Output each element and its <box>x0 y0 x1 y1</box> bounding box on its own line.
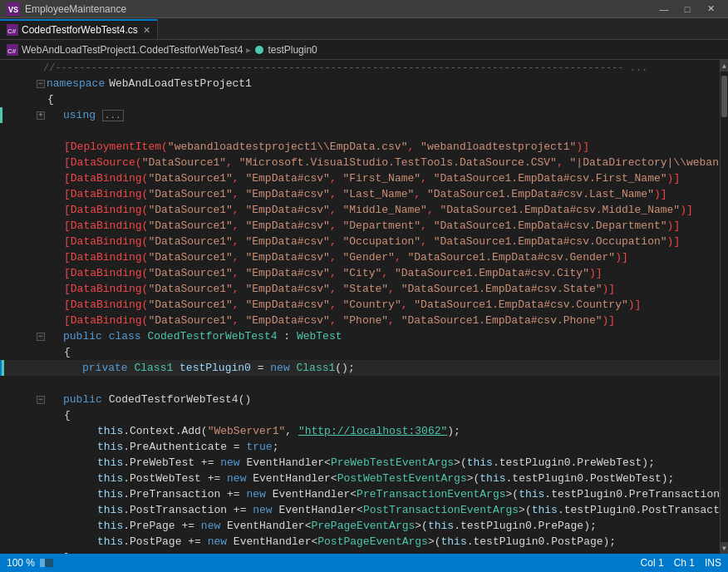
editor-container: //--------------------------------------… <box>0 60 728 554</box>
pretransaction-line: this.PreTransaction += new EventHandler<… <box>0 486 728 502</box>
scroll-thumb[interactable] <box>721 76 727 117</box>
using-line: + using ... <box>0 107 728 123</box>
databinding-1: [DataBinding("DataSource1", "EmpData#csv… <box>0 170 728 186</box>
namespace-name: WebAndLoadTestProject1 <box>109 77 252 90</box>
posttransaction-line: this.PostTransaction += new EventHandler… <box>0 502 728 518</box>
constructor-decl: − public CodedTestforWebTest4() <box>0 392 728 407</box>
ctor-brace-open: { <box>0 407 728 423</box>
code-area[interactable]: //--------------------------------------… <box>0 60 728 554</box>
field-decl-line: private Class1 testPlugin0 = new Class1(… <box>0 360 728 376</box>
prewebtest-line: this.PreWebTest += new EventHandler<PreW… <box>0 455 728 471</box>
maximize-button[interactable]: □ <box>676 2 698 17</box>
tab-close-button[interactable]: ✕ <box>143 25 150 36</box>
namespace-collapse[interactable]: − <box>37 80 45 88</box>
class-decl-line: − public class CodedTestforWebTest4 : We… <box>0 328 728 344</box>
deployment-item-line: [DeploymentItem("webandloadtestproject1\… <box>0 139 728 155</box>
scrollbar[interactable]: ▲ ▼ <box>720 60 728 554</box>
svg-point-6 <box>255 46 263 54</box>
datasource-line: [DataSource("DataSource1", "Microsoft.Vi… <box>0 155 728 170</box>
postwebtest-line: this.PostWebTest += new EventHandler<Pos… <box>0 471 728 486</box>
using-expand[interactable]: + <box>37 111 45 120</box>
top-comment: //--------------------------------------… <box>43 62 647 74</box>
postpage-line: this.PostPage += new EventHandler<PostPa… <box>0 534 728 550</box>
status-col: Col 1 <box>641 557 664 569</box>
svg-text:C#: C# <box>7 47 17 55</box>
window-controls: — □ ✕ <box>653 2 721 17</box>
databinding-6: [DataBinding("DataSource1", "EmpData#csv… <box>0 249 728 265</box>
breadcrumb-sep: ▸ <box>246 44 251 56</box>
title-text: EmployeeMaintenance <box>25 3 653 15</box>
cs-file-icon: C# <box>7 24 18 36</box>
zoom-slider-thumb[interactable] <box>40 559 45 567</box>
class-brace-open: { <box>0 344 728 360</box>
status-ins: INS <box>705 557 721 569</box>
zoom-slider-track <box>40 559 53 567</box>
green-bar-1 <box>0 107 2 123</box>
ctor-collapse[interactable]: − <box>37 396 45 404</box>
databinding-5: [DataBinding("DataSource1", "EmpData#csv… <box>0 234 728 249</box>
member-icon <box>254 45 264 55</box>
databinding-9: [DataBinding("DataSource1", "EmpData#csv… <box>0 297 728 313</box>
blank-line-1 <box>0 123 728 139</box>
databinding-3: [DataBinding("DataSource1", "EmpData#csv… <box>0 202 728 218</box>
brace-open-line: { <box>0 91 728 107</box>
vs-icon: VS <box>7 2 20 16</box>
databinding-10: [DataBinding("DataSource1", "EmpData#csv… <box>0 313 728 328</box>
databinding-4: [DataBinding("DataSource1", "EmpData#csv… <box>0 218 728 234</box>
scroll-down-button[interactable]: ▼ <box>721 542 729 554</box>
tab-codetest[interactable]: C# CodedTestforWebTest4.cs ✕ <box>0 19 158 39</box>
blank-line-2 <box>0 376 728 392</box>
status-ch: Ch 1 <box>674 557 695 569</box>
project-icon: C# <box>7 44 18 56</box>
databinding-8: [DataBinding("DataSource1", "EmpData#csv… <box>0 281 728 297</box>
top-comment-line: //--------------------------------------… <box>0 60 728 76</box>
scroll-up-button[interactable]: ▲ <box>721 60 729 72</box>
breadcrumb-bar: C# WebAndLoadTestProject1.CodedTestforWe… <box>0 40 728 60</box>
green-bar-2 <box>2 360 4 376</box>
zoom-level[interactable]: 100 % <box>7 557 35 569</box>
tab-label: CodedTestforWebTest4.cs <box>22 24 138 36</box>
status-right: Col 1 Ch 1 INS <box>641 557 721 569</box>
title-bar: VS EmployeeMaintenance — □ ✕ <box>0 0 728 18</box>
namespace-keyword: namespace <box>47 77 105 90</box>
svg-text:VS: VS <box>8 6 18 15</box>
svg-text:C#: C# <box>7 27 17 35</box>
context-add-line: this.Context.Add("WebServer1", "http://l… <box>0 423 728 439</box>
tab-bar: C# CodedTestforWebTest4.cs ✕ <box>0 18 728 40</box>
breadcrumb-project[interactable]: WebAndLoadTestProject1.CodedTestforWebTe… <box>22 44 243 56</box>
prepage-line: this.PrePage += new EventHandler<PrePage… <box>0 518 728 534</box>
minimize-button[interactable]: — <box>653 2 675 17</box>
status-bar: 100 % Col 1 Ch 1 INS <box>0 554 728 572</box>
databinding-2: [DataBinding("DataSource1", "EmpData#csv… <box>0 186 728 202</box>
breadcrumb-member[interactable]: testPlugin0 <box>268 44 317 56</box>
namespace-line: − namespace WebAndLoadTestProject1 <box>0 76 728 91</box>
close-button[interactable]: ✕ <box>700 2 721 17</box>
databinding-7: [DataBinding("DataSource1", "EmpData#csv… <box>0 265 728 281</box>
preauthenticate-line: this.PreAuthenticate = true; <box>0 439 728 455</box>
class-collapse[interactable]: − <box>37 333 45 341</box>
